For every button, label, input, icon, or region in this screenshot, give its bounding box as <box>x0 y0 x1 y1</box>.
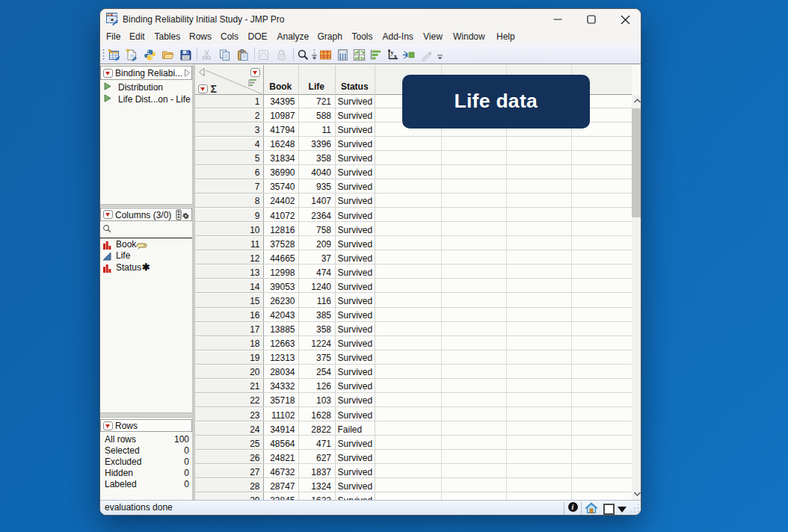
svg-text:y: y <box>391 49 394 56</box>
svg-text:x: x <box>394 53 397 60</box>
